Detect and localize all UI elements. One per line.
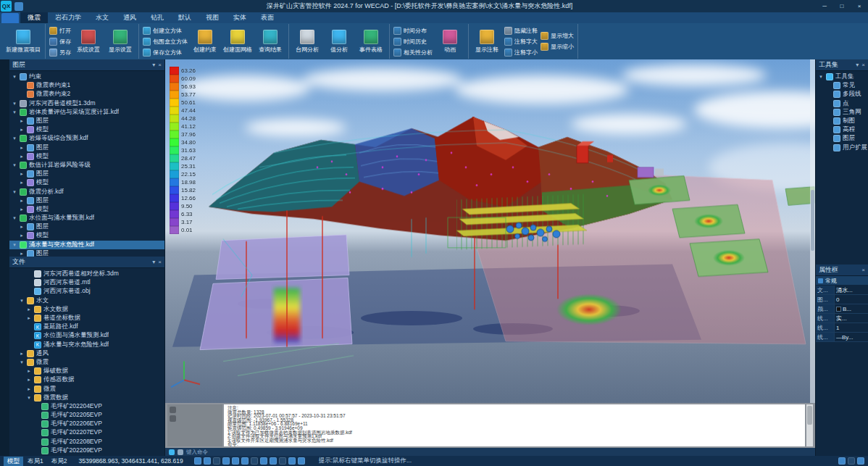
expand-closed-icon[interactable]: ▸ [19, 154, 25, 159]
ribbon-button-value[interactable]: 值分析 [323, 24, 355, 59]
expand-open-icon[interactable]: ▾ [12, 162, 17, 168]
layout-tab-模型[interactable]: 模型 [4, 457, 23, 466]
tab-通风[interactable]: 通风 [116, 12, 143, 23]
expand-open-icon[interactable]: ▾ [19, 359, 25, 365]
tree-item[interactable]: K蔓延路径.kdf [9, 323, 164, 331]
tree-item[interactable]: 用户扩展 [816, 143, 868, 152]
maximize-button[interactable]: □ [833, 0, 851, 12]
ribbon-button-display[interactable]: 显示设置 [104, 24, 136, 59]
expand-open-icon[interactable]: ▾ [26, 395, 32, 401]
expand-closed-icon[interactable]: ▸ [19, 198, 25, 204]
ribbon-button-satellite[interactable]: 台网分析 [291, 24, 323, 59]
ribbon-button-table[interactable]: 事件表格 [355, 24, 387, 59]
tree-item[interactable]: 制图 [816, 117, 868, 125]
infer-constraints-icon[interactable] [194, 457, 201, 465]
tab-水文[interactable]: 水文 [88, 12, 116, 23]
expand-closed-icon[interactable]: ▸ [19, 233, 25, 238]
ribbon-button-zoom-out[interactable]: 显示缩小 [541, 42, 574, 52]
tree-item[interactable]: ▾岩爆等级综合预测.kdf [9, 134, 164, 143]
expand-closed-icon[interactable]: ▸ [26, 315, 32, 321]
pin-icon[interactable]: ▾ [856, 62, 859, 68]
expand-closed-icon[interactable]: ▸ [19, 127, 25, 133]
tree-item[interactable]: ▾工具集 [816, 72, 868, 81]
lineweight-icon[interactable] [279, 457, 286, 465]
tree-item[interactable]: ▸微震 [9, 384, 164, 393]
expand-closed-icon[interactable]: ▸ [19, 207, 25, 212]
pin-icon[interactable]: ▾ [152, 62, 155, 68]
close-icon[interactable]: × [158, 259, 162, 265]
console-scrollbar-thumb[interactable] [807, 406, 812, 425]
tab-表面[interactable]: 表面 [254, 12, 281, 23]
tree-item[interactable]: K涌水量与突水危险性.kdf [9, 341, 164, 349]
command-tools-icon[interactable] [178, 449, 183, 455]
tree-item[interactable]: ▾约束 [9, 72, 164, 81]
property-row[interactable]: 线...—By... [816, 333, 868, 342]
command-input[interactable]: 键入命令 [186, 449, 208, 456]
tree-item[interactable]: ▾微震数据 [9, 394, 164, 402]
expand-open-icon[interactable]: ▾ [12, 242, 17, 248]
quick-access-icon[interactable] [14, 2, 23, 11]
expand-open-icon[interactable]: ▾ [12, 74, 17, 80]
object-snap-icon[interactable] [241, 457, 249, 465]
tree-item[interactable]: ▾河东河西巷道模型1.3dm [9, 99, 164, 108]
ribbon-button-time-hist[interactable]: 时间历史 [393, 36, 433, 46]
tree-item[interactable]: ▸模型 [9, 152, 164, 161]
console-history-icon[interactable] [170, 407, 176, 413]
expand-open-icon[interactable]: ▾ [12, 215, 17, 221]
property-row[interactable]: 颜...B... [816, 304, 868, 314]
tree-item[interactable]: 毛坪矿202204EVP [9, 402, 164, 411]
layout-tab-布局1[interactable]: 布局1 [24, 457, 47, 466]
tree-item[interactable]: ▸通风 [9, 349, 164, 358]
snap-mode-icon[interactable] [204, 457, 211, 465]
object-snap-tracking-icon[interactable] [251, 457, 258, 465]
command-add-icon[interactable] [169, 449, 175, 455]
layout-tab-布局2[interactable]: 布局2 [48, 457, 71, 466]
dynamic-input-icon[interactable] [270, 457, 277, 465]
expand-closed-icon[interactable]: ▸ [19, 180, 25, 186]
ribbon-button-save[interactable]: 保存 [49, 36, 71, 46]
grid-display-icon[interactable] [213, 457, 220, 465]
expand-open-icon[interactable]: ▾ [12, 136, 17, 141]
ribbon-button-corr[interactable]: 相关性分析 [393, 47, 433, 57]
ribbon-button-mesh[interactable]: 创建面网格 [221, 24, 254, 59]
clean-screen-icon[interactable] [857, 457, 864, 465]
tree-item[interactable]: 三角网 [816, 108, 868, 117]
app-menu-button[interactable] [1, 13, 19, 23]
tree-item[interactable]: 毛坪矿202205EVP [9, 411, 164, 420]
ribbon-button-save-as[interactable]: 另存 [49, 47, 71, 57]
expand-closed-icon[interactable]: ▸ [19, 118, 25, 124]
tree-item[interactable]: ▾涌水量与突水危险性.kdf [9, 241, 164, 249]
ribbon-button-cube-save[interactable]: 保存立方体 [143, 47, 188, 57]
tab-视图[interactable]: 视图 [199, 12, 226, 23]
pin-icon[interactable]: ▾ [152, 259, 155, 265]
expand-open-icon[interactable]: ▾ [818, 74, 824, 80]
tab-实体[interactable]: 实体 [226, 12, 254, 23]
close-icon[interactable]: × [861, 267, 865, 273]
ribbon-button-cube-bound[interactable]: 包围盒立方体 [143, 36, 188, 46]
expand-closed-icon[interactable]: ▸ [19, 145, 25, 151]
tree-item[interactable]: ▸图层 [9, 222, 164, 231]
tree-item[interactable]: 常见 [816, 81, 868, 90]
tree-item[interactable]: 毛坪矿202206EVP [9, 420, 164, 428]
tree-item[interactable]: ▾岩体质量评估与采场宽度计算.kdf [9, 108, 164, 117]
dynamic-ucs-icon[interactable] [260, 457, 267, 465]
command-bar[interactable]: 键入命令 [165, 448, 815, 456]
tree-item[interactable]: 点 [816, 99, 868, 108]
console-options-icon[interactable] [170, 415, 176, 422]
viewport-scrollbar[interactable] [810, 59, 815, 403]
expand-closed-icon[interactable]: ▸ [26, 377, 32, 383]
tree-item[interactable]: 微震表约束1 [9, 81, 164, 90]
viewport-3d[interactable]: 63.2660.0956.9353.7750.6147.4444.2841.12… [165, 59, 815, 403]
tree-item[interactable]: 微震表约束2 [9, 90, 164, 99]
tree-item[interactable]: ▸爆破数据 [9, 367, 164, 375]
expand-closed-icon[interactable]: ▸ [19, 251, 25, 257]
tab-岩石力学[interactable]: 岩石力学 [48, 12, 88, 23]
close-icon[interactable]: × [861, 62, 865, 68]
close-icon[interactable]: × [158, 62, 162, 68]
expand-closed-icon[interactable]: ▸ [19, 351, 25, 357]
expand-closed-icon[interactable]: ▸ [26, 386, 32, 392]
expand-open-icon[interactable]: ▾ [12, 109, 17, 115]
property-row[interactable]: 线...1 [816, 323, 868, 333]
tree-item[interactable]: ▸图层 [9, 196, 164, 205]
tree-item[interactable]: ▾数值计算岩爆风险等级 [9, 161, 164, 170]
